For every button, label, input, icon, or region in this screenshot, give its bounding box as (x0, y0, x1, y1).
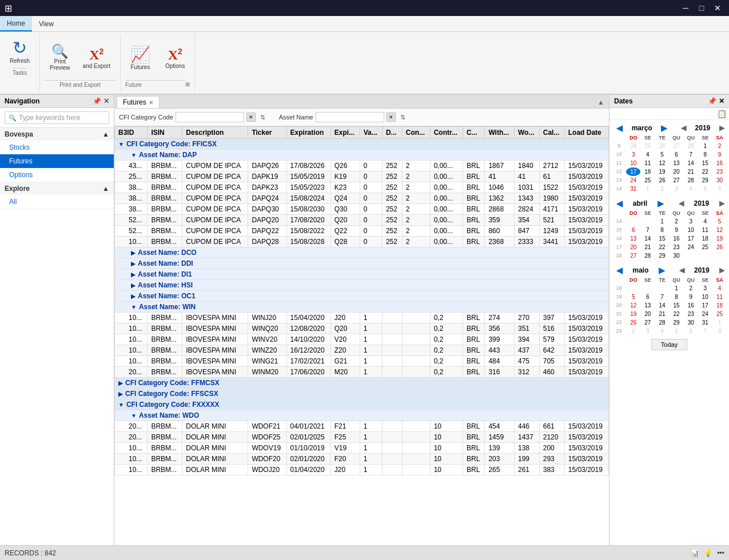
status-info-icon[interactable]: 💡 (704, 549, 712, 557)
today-button[interactable]: Today (651, 339, 687, 350)
table-row[interactable]: 52...BRBM...CUPOM DE IPCADAPQ2017/08/202… (115, 215, 609, 226)
table-row[interactable]: 10...BRBM...IBOVESPA MINIWINJ2015/04/202… (115, 313, 609, 323)
col-wo[interactable]: Wo... (515, 127, 540, 139)
dates-export-icon[interactable]: 📋 (717, 109, 727, 118)
cal-next-may[interactable]: ▶ (656, 266, 667, 275)
grid-subgroup-row[interactable]: ▼Asset Name: WIN (115, 302, 609, 313)
title-bar: ⊞ ─ □ ✕ (0, 0, 729, 16)
filter-bar: CFI Category Code ✕ ⇅ Asset Name ✕ ⇅ (114, 109, 609, 126)
table-row[interactable]: 10...BRBM...IBOVESPA MINIWINZ2016/12/202… (115, 345, 609, 356)
col-isin[interactable]: ISIN (148, 127, 182, 139)
table-row[interactable]: 52...BRBM...CUPOM DE IPCADAPQ2215/08/202… (115, 226, 609, 237)
status-more-icon[interactable]: ••• (717, 549, 724, 557)
table-row[interactable]: 10...BRBM...DOLAR MINIWDOJ2001/04/2020J2… (115, 465, 609, 475)
col-ticker[interactable]: Ticker (248, 127, 286, 139)
col-va[interactable]: Va... (360, 127, 382, 139)
col-contr[interactable]: Contr... (430, 127, 463, 139)
tab-futures-close[interactable]: ✕ (149, 99, 153, 106)
table-row[interactable]: 10...BRBM...IBOVESPA MINIWINV2014/10/202… (115, 334, 609, 345)
tab-futures[interactable]: Futures ✕ (117, 96, 160, 108)
table-row[interactable]: 43...BRBM...CUPOM DE IPCADAPQ2617/08/202… (115, 161, 609, 171)
col-cal[interactable]: Cal... (539, 127, 564, 139)
cal-march-prev-year[interactable]: ◀ (681, 124, 686, 132)
export-button[interactable]: X2 and Export (78, 37, 115, 79)
cal-april-prev-year[interactable]: ◀ (679, 199, 684, 207)
future-group-expand[interactable]: ⊞ (185, 81, 190, 87)
col-with[interactable]: With... (485, 127, 515, 139)
grid-subgroup-row[interactable]: ▶Asset Name: HSI (115, 280, 609, 291)
grid-subgroup-row[interactable]: ▶Asset Name: DCO (115, 247, 609, 258)
cal-prev-may[interactable]: ◀ (614, 266, 625, 275)
options-ribbon-button[interactable]: X2 Options (160, 37, 190, 79)
col-c[interactable]: C... (463, 127, 485, 139)
table-row[interactable]: 25...BRBM...CUPOM DE IPCADAPK1915/05/201… (115, 171, 609, 182)
col-load-date[interactable]: Load Date (564, 127, 608, 139)
content-area: Futures ✕ ▲ CFI Category Code ✕ ⇅ Asset … (114, 95, 609, 545)
cfi-filter-input[interactable] (176, 112, 244, 122)
table-row[interactable]: 10...BRBM...IBOVESPA MINIWING2117/02/202… (115, 356, 609, 367)
minimize-button[interactable]: ─ (679, 2, 692, 14)
nav-pin-icon[interactable]: 📌 (93, 97, 101, 105)
cal-do-header: DO (626, 134, 640, 142)
cal-may-prev-year[interactable]: ◀ (679, 266, 684, 274)
col-expi[interactable]: Expi... (330, 127, 360, 139)
nav-item-all[interactable]: All (0, 195, 114, 209)
table-row[interactable]: 38...BRBM...CUPOM DE IPCADAPQ3015/08/203… (115, 204, 609, 215)
tab-futures-label: Futures (123, 98, 146, 106)
dates-pin-icon[interactable]: 📌 (708, 97, 716, 105)
print-preview-button[interactable]: 🔍 PrintPreview (45, 37, 75, 79)
table-row[interactable]: 20...BRBM...DOLAR MINIWDOF2502/01/2025F2… (115, 432, 609, 443)
cal-march-next-year[interactable]: ▶ (719, 124, 724, 132)
grid-subgroup-row[interactable]: ▶Asset Name: OC1 (115, 291, 609, 302)
nav-item-options[interactable]: Options (0, 168, 114, 182)
close-button[interactable]: ✕ (711, 2, 724, 14)
table-row[interactable]: 10...BRBM...IBOVESPA MINIWINQ2012/08/202… (115, 323, 609, 334)
cfi-filter-clear[interactable]: ✕ (246, 113, 256, 122)
menu-home[interactable]: Home (0, 16, 32, 31)
table-row[interactable]: 20...BRBM...DOLAR MINIWDOF2104/01/2021F2… (115, 421, 609, 432)
grid-group-row[interactable]: ▶CFI Category Code: FFSCSX (115, 389, 609, 399)
nav-section-bovespa-header[interactable]: Bovespa ▲ (0, 128, 114, 141)
cal-may-next-year[interactable]: ▶ (719, 266, 724, 274)
asset-filter-clear[interactable]: ✕ (387, 113, 396, 122)
search-input-wrapper[interactable]: 🔍 Type keywords here (5, 111, 109, 124)
cal-next-march[interactable]: ▶ (659, 123, 670, 133)
content-collapse-btn[interactable]: ▲ (595, 98, 607, 106)
grid-group-row[interactable]: ▶CFI Category Code: FFMCSX (115, 378, 609, 389)
nav-item-stocks[interactable]: Stocks (0, 141, 114, 154)
today-cell[interactable]: 17 (626, 167, 640, 176)
table-row[interactable]: 38...BRBM...CUPOM DE IPCADAPQ2415/08/202… (115, 193, 609, 204)
cal-april-next-year[interactable]: ▶ (719, 199, 724, 207)
col-expiration[interactable]: Expiration (286, 127, 330, 139)
grid-subgroup-row[interactable]: ▶Asset Name: DDI (115, 258, 609, 269)
col-d[interactable]: D... (382, 127, 402, 139)
cal-next-april[interactable]: ▶ (655, 199, 666, 208)
data-grid[interactable]: B3ID ISIN Description Ticker Expiration … (114, 126, 609, 545)
nav-close-icon[interactable]: ✕ (103, 97, 109, 105)
grid-group-row[interactable]: ▼CFI Category Code: FFICSX (115, 139, 609, 150)
nav-item-futures[interactable]: Futures (0, 154, 114, 168)
grid-subgroup-row[interactable]: ▼Asset Name: WDO (115, 410, 609, 421)
col-con[interactable]: Con... (402, 127, 430, 139)
grid-group-row[interactable]: ▼CFI Category Code: FXXXXX (115, 399, 609, 410)
table-row[interactable]: 10...BRBM...DOLAR MINIWDOV1901/10/2019V1… (115, 443, 609, 454)
col-b3id[interactable]: B3ID (115, 127, 148, 139)
table-row[interactable]: 38...BRBM...CUPOM DE IPCADAPK2315/05/202… (115, 182, 609, 193)
asset-filter-input[interactable] (316, 112, 384, 122)
table-row[interactable]: 20...BRBM...IBOVESPA MINIWINM2017/06/202… (115, 367, 609, 378)
status-chart-icon[interactable]: 📊 (691, 549, 699, 557)
grid-subgroup-row[interactable]: ▼Asset Name: DAP (115, 150, 609, 161)
table-row[interactable]: 10...BRBM...CUPOM DE IPCADAPQ2815/08/202… (115, 237, 609, 247)
grid-subgroup-row[interactable]: ▶Asset Name: DI1 (115, 269, 609, 280)
col-description[interactable]: Description (182, 127, 248, 139)
futures-ribbon-button[interactable]: 📈 Futures (125, 37, 156, 79)
cal-prev-april[interactable]: ◀ (614, 199, 625, 208)
table-row[interactable]: 10...BRBM...DOLAR MINIWDOF2002/01/2020F2… (115, 454, 609, 465)
cal-prev-march[interactable]: ◀ (614, 123, 625, 133)
refresh-button[interactable]: ↻ Refresh (5, 37, 35, 67)
dates-close-icon[interactable]: ✕ (719, 97, 724, 105)
wk9: 9 (612, 142, 626, 150)
nav-section-explore-header[interactable]: Explore ▲ (0, 182, 114, 195)
restore-button[interactable]: □ (695, 2, 708, 14)
menu-view[interactable]: View (32, 16, 61, 31)
